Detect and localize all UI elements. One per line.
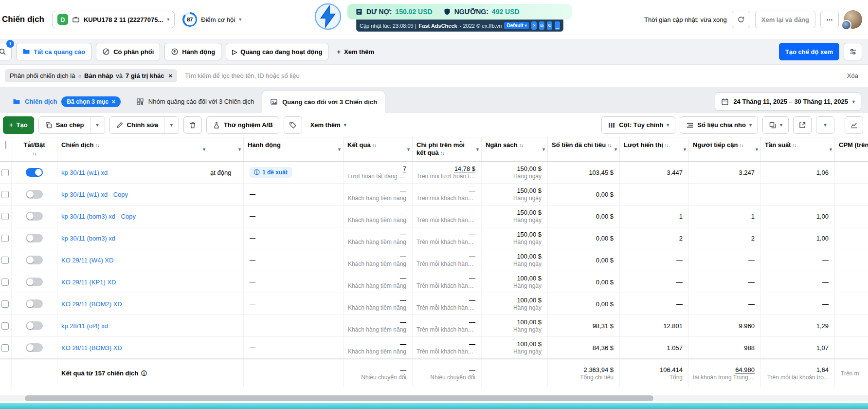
scrollbar-thumb[interactable] bbox=[25, 395, 653, 401]
user-avatar[interactable] bbox=[844, 10, 862, 29]
table-row[interactable]: kp 30/11 (w1) xd - Copy ⓘ — — Khách hàng… bbox=[0, 184, 868, 205]
selected-count-badge[interactable]: Đã chọn 3 mục × bbox=[61, 96, 120, 107]
campaign-name-link[interactable]: KO 28/11 (BOM3) XD bbox=[61, 344, 122, 352]
row-toggle[interactable] bbox=[26, 234, 43, 242]
filter-had-delivery[interactable]: Có phân phối bbox=[96, 43, 160, 60]
sort-icon[interactable]: ↑↓ bbox=[739, 143, 743, 148]
table-row[interactable]: KO 29/11 (W4) XD ⓘ — — Khách hàng tiềm n… bbox=[0, 249, 868, 271]
row-toggle[interactable] bbox=[26, 256, 43, 264]
column-header-cost[interactable]: Chi phí trên mỗi kết quả↑↓ ▾ bbox=[413, 137, 482, 161]
chevron-down-icon[interactable]: ▾ bbox=[756, 147, 758, 152]
tab-ads[interactable]: Quảng cáo đối với 3 Chiến dịch bbox=[262, 90, 385, 113]
row-checkbox[interactable] bbox=[1, 169, 9, 176]
columns-button[interactable]: Cột: Tùy chỉnh ▾ bbox=[601, 116, 675, 134]
sort-icon[interactable]: ↑↓ bbox=[792, 143, 796, 148]
delete-button[interactable] bbox=[183, 116, 202, 134]
edit-menu-button[interactable]: ▾ bbox=[164, 117, 179, 133]
row-toggle[interactable] bbox=[26, 299, 43, 308]
sort-icon[interactable]: ↑↓ bbox=[95, 143, 99, 148]
action-suggestion-pill[interactable]: ⓘ — bbox=[250, 300, 255, 307]
campaign-name-link[interactable]: KO 29/11 (BOM2) XD bbox=[61, 300, 122, 308]
view-settings-button[interactable] bbox=[844, 43, 862, 60]
row-checkbox[interactable] bbox=[1, 191, 9, 198]
column-header-delivery[interactable]: ▾ bbox=[208, 137, 244, 161]
column-header-toggle[interactable]: Tắt/Bật ↑↓ bbox=[12, 137, 57, 161]
campaign-name-link[interactable]: KO 29/11 (KP1) XD bbox=[61, 279, 116, 286]
breakdown-button[interactable]: Số liệu chia nhỏ ▾ bbox=[680, 116, 758, 134]
chevron-down-icon[interactable]: ▾ bbox=[830, 147, 832, 152]
row-toggle[interactable] bbox=[26, 212, 43, 221]
edit-button[interactable]: Chỉnh sửa bbox=[110, 117, 164, 133]
ab-test-button[interactable]: Thử nghiệm A/B bbox=[206, 116, 279, 134]
profile-select[interactable]: Default ▾ bbox=[504, 22, 529, 29]
minimize-icon[interactable]: ▁ bbox=[555, 21, 560, 30]
column-header-budget[interactable]: Ngân sách↑↓ ▾ bbox=[482, 137, 548, 161]
column-header-cpm[interactable]: CPM (trên m bbox=[835, 137, 868, 161]
date-range-picker[interactable]: 24 Tháng 11, 2025 – 30 Tháng 11, 2025 ▾ bbox=[715, 93, 861, 111]
more-options-button[interactable]: ⋯ bbox=[820, 11, 839, 28]
sort-icon[interactable]: ↑↓ bbox=[519, 143, 523, 148]
chevron-down-icon[interactable]: ▾ bbox=[238, 147, 241, 152]
sort-icon[interactable]: ↑↓ bbox=[372, 143, 376, 148]
row-toggle[interactable] bbox=[26, 278, 43, 286]
row-checkbox[interactable] bbox=[1, 322, 9, 330]
close-icon[interactable]: × bbox=[531, 21, 537, 30]
chevron-down-icon[interactable]: ▾ bbox=[684, 147, 686, 152]
table-row[interactable]: kp 28/11 (ol4) xd ⓘ — — Khách hàng tiềm … bbox=[0, 315, 868, 337]
chevron-down-icon[interactable]: ▾ bbox=[407, 147, 410, 152]
campaign-name-link[interactable]: kp 28/11 (ol4) xd bbox=[61, 322, 108, 330]
action-suggestion-pill[interactable]: ⓘ — bbox=[250, 322, 255, 329]
toolbar-more-menu[interactable]: Xem thêm ▾ bbox=[307, 121, 350, 129]
column-header-results[interactable]: Kết quả↑↓ ▾ bbox=[344, 137, 413, 161]
row-toggle[interactable] bbox=[26, 168, 43, 177]
table-row[interactable]: kp 30/11 (bom3) xd - Copy ⓘ — — Khách hà… bbox=[0, 205, 868, 227]
action-suggestion-pill[interactable]: ⓘ — bbox=[250, 344, 255, 351]
row-checkbox[interactable] bbox=[1, 235, 9, 242]
chevron-down-icon[interactable]: ▾ bbox=[542, 147, 545, 152]
opportunity-score[interactable]: 87 Điểm cơ hội ▾ bbox=[182, 12, 241, 27]
chevron-down-icon[interactable]: ▾ bbox=[615, 147, 617, 152]
refresh-icon[interactable]: ↻ bbox=[547, 21, 552, 30]
search-filter-input[interactable] bbox=[185, 72, 839, 79]
review-publish-button[interactable]: Xem lại và đăng bbox=[755, 11, 815, 28]
filter-actions[interactable]: Hành động bbox=[164, 43, 221, 60]
row-checkbox[interactable] bbox=[1, 213, 9, 220]
sort-icon[interactable]: ↑↓ bbox=[665, 143, 669, 148]
campaign-name-link[interactable]: kp 30/11 (bom3) xd bbox=[61, 235, 115, 242]
table-row[interactable]: kp 30/11 (w1) xd ạt động ⓘ 1 đề xuất 7 L… bbox=[0, 162, 868, 184]
row-checkbox[interactable] bbox=[1, 257, 9, 264]
select-all-checkbox[interactable] bbox=[5, 141, 6, 149]
remove-filter-icon[interactable]: × bbox=[169, 72, 173, 79]
row-checkbox[interactable] bbox=[1, 344, 9, 352]
action-suggestion-pill[interactable]: ⓘ — bbox=[250, 191, 255, 198]
horizontal-scrollbar[interactable] bbox=[0, 395, 868, 401]
duplicate-button[interactable]: Sao chép bbox=[39, 117, 90, 133]
column-header-frequency[interactable]: Tần suất↑↓ ▾ bbox=[761, 137, 835, 161]
campaign-name-link[interactable]: kp 30/11 (w1) xd - Copy bbox=[61, 191, 128, 198]
chevron-down-icon[interactable]: ▾ bbox=[203, 147, 205, 152]
action-suggestion-pill[interactable]: ⓘ — bbox=[250, 213, 255, 220]
duplicate-menu-button[interactable]: ▾ bbox=[90, 117, 105, 133]
info-icon[interactable]: ⓘ bbox=[141, 371, 147, 376]
table-row[interactable]: KO 28/11 (BOM3) XD ⓘ — — Khách hàng tiềm… bbox=[0, 337, 868, 359]
row-toggle[interactable] bbox=[26, 321, 43, 330]
sort-icon[interactable]: ↑↓ bbox=[607, 143, 611, 148]
row-toggle[interactable] bbox=[26, 190, 43, 199]
clear-selection-icon[interactable]: × bbox=[112, 98, 115, 105]
action-suggestion-pill[interactable]: ⓘ — bbox=[250, 235, 255, 242]
table-row[interactable]: KO 29/11 (KP1) XD ⓘ — — Khách hàng tiềm … bbox=[0, 271, 868, 293]
row-checkbox[interactable] bbox=[1, 279, 9, 286]
row-checkbox[interactable] bbox=[1, 300, 9, 308]
filter-all-ads[interactable]: Tất cả quảng cáo bbox=[16, 43, 91, 60]
table-row[interactable]: KO 29/11 (BOM2) XD ⓘ — — Khách hàng tiềm… bbox=[0, 293, 868, 315]
create-button[interactable]: + Tạo bbox=[3, 116, 34, 134]
popout-icon[interactable]: ⧉ bbox=[539, 21, 544, 30]
campaign-name-link[interactable]: KO 29/11 (W4) XD bbox=[61, 257, 113, 264]
campaign-name-link[interactable]: kp 30/11 (w1) xd bbox=[61, 169, 108, 176]
column-header-spent[interactable]: Số tiền đã chi tiêu↑↓ ▾ bbox=[548, 137, 620, 161]
export-button[interactable] bbox=[793, 116, 812, 134]
campaign-name-link[interactable]: kp 30/11 (bom3) xd - Copy bbox=[61, 213, 136, 220]
tab-campaigns[interactable]: Chiến dịch Đã chọn 3 mục × bbox=[5, 90, 128, 113]
see-more-filters[interactable]: + Xem thêm bbox=[333, 48, 378, 56]
action-suggestion-pill[interactable]: ⓘ — bbox=[250, 279, 255, 285]
